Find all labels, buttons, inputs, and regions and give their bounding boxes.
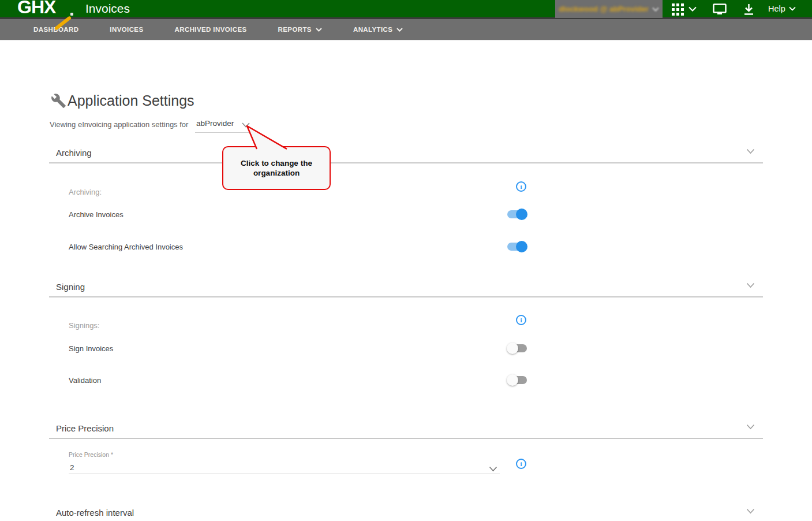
nav-item-label: ANALYTICS: [353, 26, 392, 33]
ghx-logo-trademark-dot: [70, 13, 73, 16]
page-title-row: Application Settings: [51, 92, 194, 109]
settings-page: Application Settings Viewing eInvoicing …: [0, 40, 812, 519]
section-divider: [49, 296, 763, 297]
price-precision-field-value[interactable]: 2: [70, 463, 74, 472]
ghx-logo: GHX: [17, 0, 55, 18]
collapse-chevron-icon[interactable]: [746, 148, 755, 154]
validation-label: Validation: [69, 376, 101, 385]
main-nav: DASHBOARD INVOICES ARCHIVED INVOICES REP…: [0, 19, 812, 40]
callout-text: Click to change the organization: [230, 158, 323, 178]
field-underline: [69, 474, 500, 474]
section-title-price-precision: Price Precision: [56, 423, 114, 433]
sign-invoices-label: Sign Invoices: [69, 344, 113, 353]
top-app-bar: GHX Invoices dlockwood @ abProvider Help: [0, 0, 812, 19]
section-divider: [49, 162, 763, 163]
allow-searching-archived-label: Allow Searching Archived Invoices: [69, 243, 183, 251]
archive-invoices-label: Archive Invoices: [69, 210, 124, 219]
ghx-logo-text: GHX: [17, 0, 55, 17]
wrench-icon: [51, 93, 66, 109]
collapse-chevron-icon[interactable]: [746, 424, 755, 430]
nav-item-label: ARCHIVED INVOICES: [175, 26, 247, 33]
section-title-signing: Signing: [56, 282, 85, 292]
help-label: Help: [768, 4, 785, 13]
info-icon[interactable]: [516, 459, 526, 469]
monitor-icon[interactable]: [713, 3, 727, 16]
collapse-chevron-icon[interactable]: [746, 282, 755, 288]
download-icon[interactable]: [743, 3, 755, 16]
nav-item-label: REPORTS: [278, 26, 312, 33]
user-menu-label: dlockwood @ abProvider: [559, 5, 649, 13]
collapse-chevron-icon[interactable]: [746, 508, 755, 514]
chevron-down-icon: [789, 6, 796, 11]
chevron-down-icon: [652, 7, 659, 12]
app-title: Invoices: [85, 2, 130, 16]
nav-item-reports[interactable]: REPORTS: [278, 26, 322, 33]
sign-invoices-toggle[interactable]: [507, 343, 528, 354]
nav-item-invoices[interactable]: INVOICES: [110, 26, 143, 33]
chevron-down-icon: [316, 28, 322, 32]
callout-tooltip: Click to change the organization: [222, 146, 331, 190]
toggle-knob: [516, 209, 527, 220]
help-menu[interactable]: Help: [768, 4, 796, 13]
nav-item-label: INVOICES: [110, 26, 143, 33]
section-title-auto-refresh: Auto-refresh interval: [56, 508, 134, 518]
section-title-archiving: Archiving: [56, 148, 92, 158]
app-grid-icon[interactable]: [672, 3, 684, 16]
section-divider: [49, 438, 763, 439]
nav-item-archived-invoices[interactable]: ARCHIVED INVOICES: [175, 26, 247, 33]
archiving-group-label: Archiving:: [69, 188, 102, 196]
toggle-knob: [507, 343, 518, 354]
info-icon[interactable]: [516, 315, 526, 325]
user-menu[interactable]: dlockwood @ abProvider: [555, 0, 663, 18]
organization-select-value: abProvider: [196, 119, 234, 128]
callout-pointer: [241, 122, 294, 150]
toggle-knob: [516, 241, 527, 252]
select-chevron-down-icon[interactable]: [489, 466, 497, 472]
allow-searching-archived-toggle[interactable]: [507, 241, 528, 252]
page-title: Application Settings: [68, 92, 194, 109]
toggle-knob: [507, 374, 518, 386]
viewing-settings-label: Viewing eInvoicing application settings …: [50, 120, 188, 129]
info-icon[interactable]: [516, 181, 526, 192]
validation-toggle[interactable]: [507, 374, 528, 386]
archive-invoices-toggle[interactable]: [507, 209, 528, 220]
signings-group-label: Signings:: [69, 321, 99, 330]
app-grid-chevron-down-icon[interactable]: [688, 6, 697, 12]
nav-item-analytics[interactable]: ANALYTICS: [353, 26, 403, 33]
price-precision-field-label: Price Precision *: [69, 451, 113, 458]
chevron-down-icon: [396, 28, 403, 32]
